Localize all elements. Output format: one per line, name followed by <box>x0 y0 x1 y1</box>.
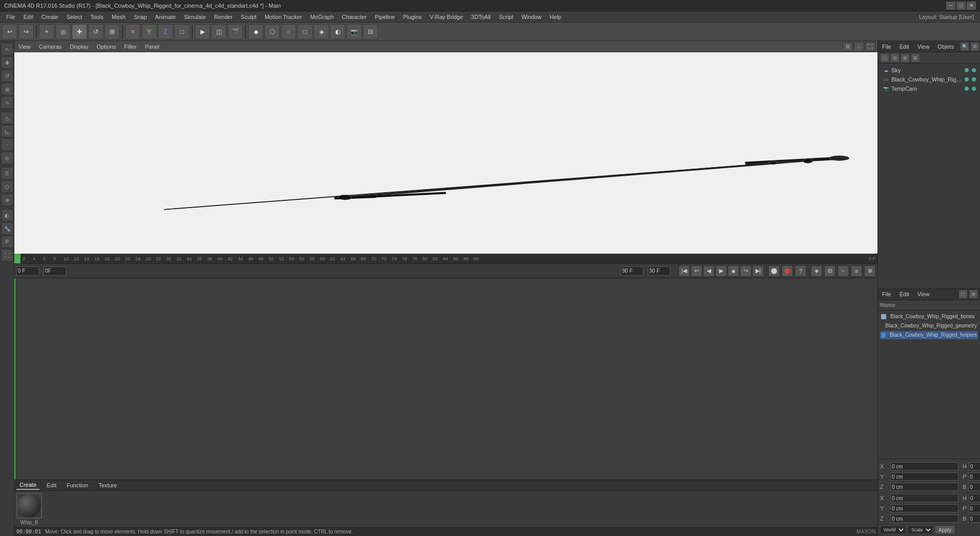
tool-texture[interactable]: ⬡ <box>1 180 13 193</box>
tool-rotate[interactable]: ↺ <box>1 70 13 82</box>
menu-plugins[interactable]: Plugins <box>399 11 425 23</box>
am-tab-edit[interactable]: Edit <box>897 291 911 298</box>
tool-sculpt[interactable]: S <box>1 167 13 179</box>
am-tab-file[interactable]: File <box>880 291 893 298</box>
goto-start-button[interactable]: |◀ <box>679 265 690 277</box>
menu-pipeline[interactable]: Pipeline <box>371 11 399 23</box>
space-select[interactable]: World <box>880 526 906 534</box>
obj-item-tempcam[interactable]: 📷 TempCam <box>880 84 978 93</box>
obj-render-sky[interactable] <box>972 68 976 72</box>
attr-item-bones[interactable]: Black_Cowboy_Whip_Rigged_bones <box>880 313 978 321</box>
goto-end-button[interactable]: ▶| <box>752 265 764 277</box>
menu-window[interactable]: Window <box>517 11 545 23</box>
menu-mograph[interactable]: MoGraph <box>306 11 338 23</box>
obj-render-whip[interactable] <box>972 77 976 81</box>
current-frame-input[interactable] <box>16 266 39 276</box>
am-tab-view[interactable]: View <box>915 291 932 298</box>
light-button[interactable]: ◐ <box>330 24 345 39</box>
obj-render-cam[interactable] <box>972 87 976 91</box>
obj-item-sky[interactable]: ☁ Sky <box>880 66 978 75</box>
tool-point[interactable]: · <box>1 138 13 151</box>
x-axis-button[interactable]: ✕ <box>125 24 140 39</box>
menu-help[interactable]: Help <box>546 11 566 23</box>
y-axis-button[interactable]: Y <box>141 24 157 39</box>
render-active-button[interactable]: 🎬 <box>228 24 243 39</box>
menu-animate[interactable]: Animate <box>151 11 180 23</box>
camera-button[interactable]: 📷 <box>346 24 362 39</box>
sz-input[interactable] <box>890 514 958 523</box>
tool-edge[interactable]: ◺ <box>1 125 13 137</box>
vp-options[interactable]: Options <box>94 44 118 50</box>
tool-python[interactable]: P <box>1 236 13 248</box>
redo-button[interactable]: ↪ <box>18 24 34 39</box>
frame-range-input[interactable] <box>44 266 66 276</box>
p-input[interactable] <box>968 472 980 481</box>
world-button[interactable]: □ <box>174 24 190 39</box>
menu-file[interactable]: File <box>2 11 19 23</box>
live-select-button[interactable]: ◎ <box>55 24 71 39</box>
vp-home-button[interactable]: ⌂ <box>854 42 864 51</box>
close-button[interactable]: ✕ <box>967 2 976 10</box>
om-tab-objects[interactable]: Objets <box>935 43 956 50</box>
motion-system-button[interactable]: ◈ <box>811 265 822 277</box>
tool-move[interactable]: ✚ <box>1 56 13 69</box>
tool-snap[interactable]: ⛶ <box>1 249 13 261</box>
undo-button[interactable]: ↩ <box>2 24 17 39</box>
menu-render[interactable]: Render <box>210 11 237 23</box>
menu-select[interactable]: Select <box>63 11 87 23</box>
menu-edit[interactable]: Edit <box>19 11 37 23</box>
isoline-button[interactable]: ○ <box>281 24 296 39</box>
om-settings-button[interactable]: ⚙ <box>970 42 979 51</box>
tab-texture[interactable]: Texture <box>95 481 120 489</box>
scale-select[interactable]: Scale <box>908 526 933 534</box>
new-button[interactable]: + <box>39 24 54 39</box>
tab-create[interactable]: Create <box>16 481 39 490</box>
sy-input[interactable] <box>890 504 958 512</box>
play-button[interactable]: ▶ <box>716 265 727 277</box>
end-frame-input[interactable] <box>621 266 643 276</box>
om-search-button[interactable]: 🔍 <box>960 42 969 51</box>
menu-mesh[interactable]: Mesh <box>108 11 130 23</box>
fps-input[interactable] <box>648 266 670 276</box>
om-btn-2[interactable]: ◎ <box>890 53 900 63</box>
vp-display[interactable]: Display <box>68 44 90 50</box>
tool-magnet[interactable]: 🔧 <box>1 222 13 235</box>
dope-button[interactable]: ⊕ <box>864 265 875 277</box>
attr-item-geometry[interactable]: Black_Cowboy_Whip_Rigged_geometry <box>880 322 978 330</box>
box-button[interactable]: □ <box>297 24 313 39</box>
om-tab-file[interactable]: File <box>880 43 893 50</box>
fcurve-button[interactable]: ~ <box>838 265 849 277</box>
menu-simulate[interactable]: Simulate <box>180 11 210 23</box>
tool-object[interactable]: ◎ <box>1 152 13 164</box>
render-region-button[interactable]: ◫ <box>211 24 227 39</box>
step-forward-button[interactable]: ↪ <box>740 265 751 277</box>
b-input[interactable] <box>968 483 980 491</box>
obj-item-whip-folder[interactable]: LO Black_Cowboy_Whip_Rigged_ <box>880 75 978 84</box>
h-input[interactable] <box>969 462 980 470</box>
stop-button[interactable]: ■ <box>728 265 739 277</box>
om-btn-1[interactable]: ⬡ <box>880 53 889 63</box>
z-pos-input[interactable] <box>890 483 958 491</box>
tool-scale[interactable]: ⊞ <box>1 83 13 95</box>
om-tab-edit[interactable]: Edit <box>897 43 911 50</box>
timeline-button[interactable]: ⊟ <box>824 265 835 277</box>
tool-selection[interactable]: ↖ <box>1 43 13 55</box>
menu-snap[interactable]: Snap <box>130 11 151 23</box>
shading-button[interactable]: ◆ <box>248 24 263 39</box>
om-tab-view[interactable]: View <box>915 43 932 50</box>
grid-button[interactable]: ⊟ <box>363 24 378 39</box>
menu-vray[interactable]: V-Ray Bridge <box>426 11 467 23</box>
vp-filter[interactable]: Filter <box>122 44 138 50</box>
apply-button[interactable]: Apply <box>935 526 955 534</box>
scale-button[interactable]: ⊞ <box>105 24 120 39</box>
skeleton-button[interactable]: ◈ <box>314 24 329 39</box>
play-reverse-button[interactable]: ◀ <box>703 265 714 277</box>
x-pos-input[interactable] <box>890 462 958 470</box>
rotate-button[interactable]: ↺ <box>88 24 104 39</box>
tab-function[interactable]: Function <box>64 481 91 489</box>
vp-panel[interactable]: Panel <box>143 44 161 50</box>
material-swatch-whip[interactable] <box>16 493 42 519</box>
menu-script[interactable]: Script <box>495 11 517 23</box>
obj-visibility-whip[interactable] <box>965 77 969 81</box>
tool-polygon[interactable]: △ <box>1 112 13 124</box>
